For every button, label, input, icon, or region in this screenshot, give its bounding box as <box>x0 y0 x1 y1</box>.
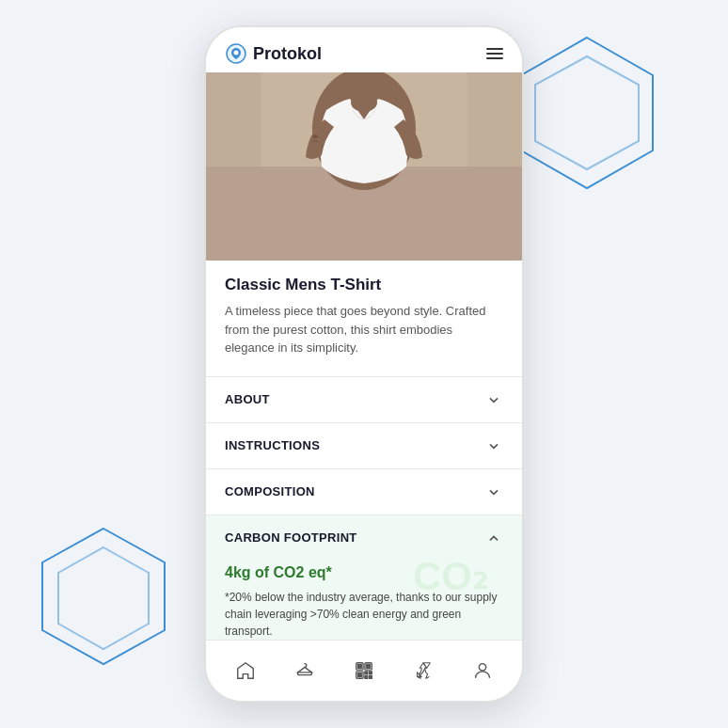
phone-screen: Protokol <box>206 27 522 701</box>
chevron-down-icon <box>484 436 503 455</box>
svg-marker-2 <box>42 529 165 664</box>
hex-decoration-bottom-left <box>28 521 179 672</box>
accordion-composition: COMPOSITION <box>206 468 522 514</box>
accordion-about-header[interactable]: ABOUT <box>206 377 522 422</box>
content-area: Classic Mens T-Shirt A timeless piece th… <box>206 261 522 640</box>
hero-image <box>206 72 522 261</box>
carbon-value: 4kg of CO2 eq* <box>225 564 503 581</box>
svg-rect-11 <box>467 72 522 195</box>
accordion-composition-header[interactable]: COMPOSITION <box>206 469 522 514</box>
svg-point-5 <box>234 51 239 55</box>
logo-area: Protokol <box>225 42 322 65</box>
chevron-down-icon <box>484 390 503 409</box>
svg-rect-13 <box>358 665 362 669</box>
svg-rect-21 <box>369 676 372 679</box>
nav-qr[interactable] <box>345 652 383 689</box>
product-title: Classic Mens T-Shirt <box>225 276 503 294</box>
svg-marker-1 <box>535 56 639 169</box>
chevron-up-icon <box>484 529 503 547</box>
bottom-nav <box>206 640 522 701</box>
carbon-inner: 4kg of CO2 eq* *20% below the industry a… <box>225 564 503 640</box>
menu-button[interactable] <box>486 48 503 59</box>
chevron-down-icon <box>484 483 503 501</box>
profile-icon <box>472 660 493 681</box>
nav-home[interactable] <box>227 652 264 689</box>
accordion-carbon-footprint-header[interactable]: CARBON FOOTPRINT <box>206 515 522 561</box>
product-description: A timeless piece that goes beyond style.… <box>225 302 503 357</box>
accordion-carbon-footprint: CARBON FOOTPRINT 4kg of CO2 eq* *20% bel… <box>206 514 522 641</box>
svg-rect-20 <box>365 676 368 679</box>
hex-decoration-top-right <box>502 28 672 198</box>
nav-recycle[interactable] <box>404 652 442 689</box>
phone-frame: Protokol <box>204 25 524 703</box>
svg-rect-18 <box>365 672 368 674</box>
svg-rect-10 <box>206 72 261 195</box>
qr-icon <box>354 660 374 681</box>
logo-icon <box>225 42 247 65</box>
accordion-about: ABOUT <box>206 376 522 422</box>
product-image <box>206 72 522 261</box>
carbon-description: *20% below the industry average, thanks … <box>225 589 503 640</box>
accordion-instructions: INSTRUCTIONS <box>206 422 522 468</box>
svg-point-22 <box>480 664 486 671</box>
svg-marker-0 <box>521 38 653 188</box>
home-icon <box>235 660 256 681</box>
product-info: Classic Mens T-Shirt A timeless piece th… <box>206 261 522 376</box>
app-header: Protokol <box>206 27 522 72</box>
accordion-instructions-header[interactable]: INSTRUCTIONS <box>206 423 522 468</box>
recycle-icon <box>413 660 434 681</box>
carbon-content: 4kg of CO2 eq* *20% below the industry a… <box>206 561 522 641</box>
svg-rect-17 <box>358 673 362 677</box>
nav-wardrobe[interactable] <box>286 652 324 689</box>
hanger-icon <box>294 660 315 681</box>
svg-rect-15 <box>367 665 371 669</box>
accordion-carbon-label: CARBON FOOTPRINT <box>225 530 357 545</box>
svg-marker-3 <box>58 547 149 649</box>
app-name: Protokol <box>253 44 322 64</box>
accordion-about-label: ABOUT <box>225 392 270 406</box>
svg-point-9 <box>351 93 377 112</box>
accordion-composition-label: COMPOSITION <box>225 484 315 499</box>
nav-profile[interactable] <box>464 652 501 689</box>
svg-rect-19 <box>369 672 372 674</box>
accordion-instructions-label: INSTRUCTIONS <box>225 438 320 452</box>
